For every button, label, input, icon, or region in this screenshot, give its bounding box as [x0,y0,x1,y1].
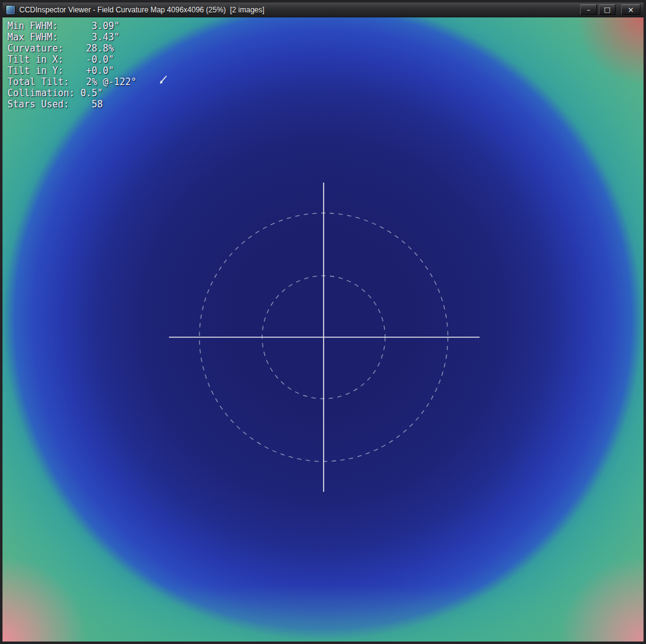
stat-total-tilt: Total Tilt: 2% @-122° [7,76,137,88]
tilt-direction-arrow-icon [158,75,169,86]
minimize-button[interactable]: – [580,4,597,15]
close-button[interactable]: × [621,4,640,15]
stat-tilt-y: Tilt in Y: +0.0" [7,65,137,76]
stat-stars-used: Stars Used: 58 [7,99,137,110]
window-controls: – □ × [578,4,640,15]
stats-panel: Min FWHM: 3.09" Max FWHM: 3.43" Curvatur… [7,20,137,110]
maximize-button[interactable]: □ [599,4,616,15]
field-curvature-map[interactable]: Min FWHM: 3.09" Max FWHM: 3.43" Curvatur… [2,17,644,642]
titlebar[interactable]: CCDInspector Viewer - Field Curvature Ma… [2,2,644,17]
app-icon [6,5,16,15]
stat-min-fwhm: Min FWHM: 3.09" [7,20,137,32]
window-title: CCDInspector Viewer - Field Curvature Ma… [19,6,265,14]
app-window: CCDInspector Viewer - Field Curvature Ma… [0,0,646,644]
stat-collimation: Collimation: 0.5" [7,88,137,99]
map-annotations [2,17,644,642]
stat-max-fwhm: Max FWHM: 3.43" [7,32,137,43]
stat-tilt-x: Tilt in X: -0.0" [7,54,137,65]
stat-curvature: Curvature: 28.8% [7,43,137,54]
